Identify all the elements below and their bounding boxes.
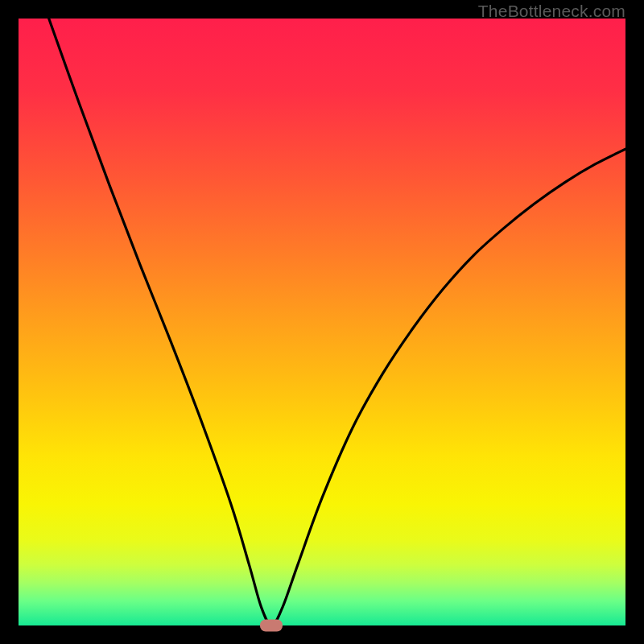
- gradient-background: [19, 19, 625, 625]
- watermark-text: TheBottleneck.com: [478, 2, 625, 21]
- chart-svg: [19, 19, 625, 625]
- chart-frame: TheBottleneck.com: [0, 0, 644, 644]
- plot-area: [19, 19, 625, 625]
- optimum-marker: [260, 620, 283, 632]
